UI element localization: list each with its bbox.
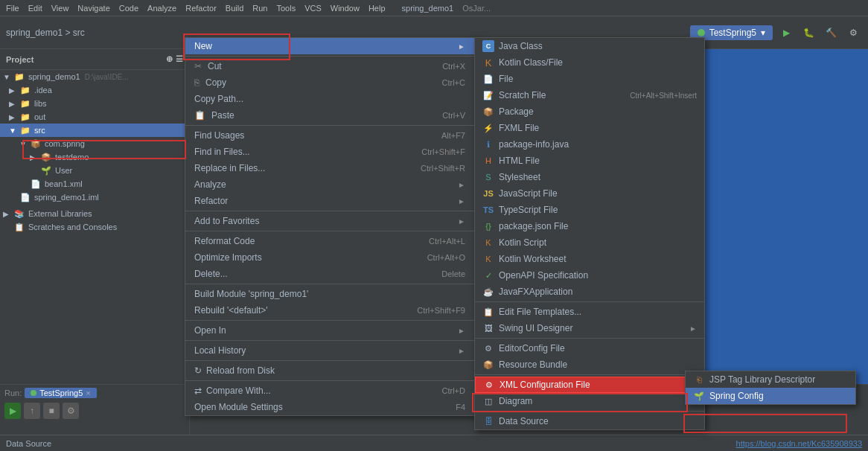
context-menu-module-settings[interactable]: Open Module Settings F4	[185, 399, 474, 415]
context-menu-build-module[interactable]: Build Module 'spring_demo1'	[185, 286, 474, 302]
context-menu-local-history[interactable]: Local History ►	[185, 342, 474, 359]
submenu-new: C Java Class K Kotlin Class/File 📄 File …	[474, 37, 705, 430]
url-link[interactable]: https://blog.csdn.net/Kc635908933	[736, 439, 862, 448]
tree-item-scratches[interactable]: 📋 Scratches and Consoles	[0, 220, 189, 234]
tree-item-com-spring[interactable]: ▼ 📦 com.spring	[0, 137, 189, 150]
sm-resource-bundle[interactable]: 📦 Resource Bundle	[475, 356, 704, 373]
run-settings-button[interactable]: ⚙	[63, 403, 79, 419]
sm-kotlin-script[interactable]: K Kotlin Script	[475, 234, 704, 251]
menu-file[interactable]: File	[6, 4, 19, 13]
xml-config-icon: ⚙	[483, 379, 495, 391]
tree-item-libs[interactable]: ▶ 📁 libs	[0, 97, 189, 110]
sm-stylesheet[interactable]: S Stylesheet	[475, 169, 704, 185]
menu-help[interactable]: Help	[368, 4, 386, 13]
sm-kotlin-class[interactable]: K Kotlin Class/File	[475, 54, 704, 71]
sm-sep-4	[475, 411, 704, 412]
menu-run[interactable]: Run	[252, 4, 267, 13]
submenu-xml: ⎗ JSP Tag Library Descriptor 🌱 Spring Co…	[685, 371, 856, 405]
sm-spring-config[interactable]: 🌱 Spring Config	[686, 388, 855, 404]
library-icon: 📚	[13, 208, 25, 219]
menu-refactor[interactable]: Refactor	[185, 4, 217, 13]
run-play-button[interactable]: ▶	[4, 403, 21, 419]
context-menu-copy[interactable]: ⎘ Copy Ctrl+C	[185, 74, 474, 91]
sm-sep-2	[475, 338, 704, 339]
context-menu-cut[interactable]: ✂ Cut Ctrl+X	[185, 58, 474, 74]
settings-button[interactable]: ⚙	[844, 24, 862, 42]
breadcrumb: spring_demo1 > src	[6, 28, 85, 38]
menu-view[interactable]: View	[51, 4, 69, 13]
sm-html[interactable]: H HTML File	[475, 153, 704, 169]
add-icon[interactable]: ⊕	[166, 54, 173, 64]
tree-item-user[interactable]: 🌱 User	[0, 164, 189, 177]
spring-bean-icon: 🌱	[40, 165, 52, 176]
kotlin-worksheet-icon: K	[482, 253, 494, 265]
sm-kotlin-worksheet[interactable]: K Kotlin Worksheet	[475, 251, 704, 267]
sm-javascript[interactable]: JS JavaScript File	[475, 185, 704, 202]
context-menu-analyze[interactable]: Analyze ►	[185, 176, 474, 193]
sm-package-json[interactable]: {} package.json File	[475, 218, 704, 234]
debug-button[interactable]: 🐛	[800, 24, 817, 42]
context-menu-compare[interactable]: ⇄ Compare With... Ctrl+D	[185, 383, 474, 399]
sm-diagram[interactable]: ◫ Diagram	[475, 393, 704, 409]
sm-package-info[interactable]: ℹ package-info.java	[475, 136, 704, 153]
menu-build[interactable]: Build	[226, 4, 243, 13]
context-menu-reload[interactable]: ↻ Reload from Disk	[185, 362, 474, 379]
sm-openapi[interactable]: ✓ OpenAPI Specification	[475, 267, 704, 284]
sm-swing[interactable]: 🖼 Swing UI Designer ►	[475, 320, 704, 336]
context-menu-optimize-imports[interactable]: Optimize Imports Ctrl+Alt+O	[185, 249, 474, 266]
sm-scratch-file[interactable]: 📝 Scratch File Ctrl+Alt+Shift+Insert	[475, 87, 704, 103]
sm-data-source[interactable]: 🗄 Data Source	[475, 413, 704, 429]
context-menu-rebuild[interactable]: Rebuild '<default>' Ctrl+Shift+F9	[185, 302, 474, 319]
sm-package[interactable]: 📦 Package	[475, 103, 704, 120]
run-config-tab[interactable]: TestSpring5 ×	[25, 388, 97, 398]
context-menu-refactor[interactable]: Refactor ►	[185, 193, 474, 209]
run-label: Run:	[4, 388, 22, 397]
sm-xml-config[interactable]: ⚙ XML Configuration File ►	[475, 377, 704, 393]
sm-javafx[interactable]: ☕ JavaFXApplication	[475, 284, 704, 300]
context-menu-new[interactable]: New ►	[185, 38, 474, 54]
context-menu-copy-path[interactable]: Copy Path...	[185, 91, 474, 107]
context-menu-delete[interactable]: Delete... Delete	[185, 266, 474, 282]
menu-bar[interactable]: File Edit View Navigate Code Analyze Ref…	[0, 0, 868, 16]
sm-jsp-tag[interactable]: ⎗ JSP Tag Library Descriptor	[686, 371, 855, 388]
templates-icon: 📋	[482, 306, 494, 318]
menu-code[interactable]: Code	[119, 4, 138, 13]
javafx-icon: ☕	[482, 286, 494, 298]
menu-edit[interactable]: Edit	[28, 4, 42, 13]
sm-file[interactable]: 📄 File	[475, 71, 704, 87]
tree-item-iml[interactable]: 📄 spring_demo1.iml	[0, 191, 189, 204]
tree-item-idea[interactable]: ▶ 📁 .idea	[0, 83, 189, 97]
tree-item-out[interactable]: ▶ 📁 out	[0, 110, 189, 124]
context-menu-find-files[interactable]: Find in Files... Ctrl+Shift+F	[185, 144, 474, 160]
close-tab-icon[interactable]: ×	[86, 388, 90, 397]
tree-item-bean1[interactable]: 📄 bean1.xml	[0, 177, 189, 191]
sm-java-class[interactable]: C Java Class	[475, 38, 704, 54]
sm-editorconfig[interactable]: ⚙ EditorConfig File	[475, 340, 704, 356]
menu-navigate[interactable]: Navigate	[77, 4, 109, 13]
run-stop-button[interactable]: ■	[43, 403, 60, 419]
package-icon: 📦	[30, 138, 42, 149]
tree-item-external-libs[interactable]: ▶ 📚 External Libraries	[0, 207, 189, 220]
run-button[interactable]: ▶	[777, 24, 795, 42]
tree-item-testdemo[interactable]: ▶ 📦 testdemo	[0, 150, 189, 164]
run-config-dropdown-icon[interactable]: ▾	[761, 28, 765, 38]
sm-edit-templates[interactable]: 📋 Edit File Templates...	[475, 304, 704, 320]
sm-fxml[interactable]: ⚡ FXML File	[475, 120, 704, 136]
context-menu-open-in[interactable]: Open In ►	[185, 322, 474, 339]
context-menu-replace-files[interactable]: Replace in Files... Ctrl+Shift+R	[185, 160, 474, 176]
context-menu-paste[interactable]: 📋 Paste Ctrl+V	[185, 107, 474, 124]
context-menu-add-favorites[interactable]: Add to Favorites ►	[185, 213, 474, 229]
sm-typescript[interactable]: TS TypeScript File	[475, 202, 704, 218]
tree-item-spring-demo1[interactable]: ▼ 📁 spring_demo1 D:\java\IDE...	[0, 70, 189, 83]
context-menu-reformat[interactable]: Reformat Code Ctrl+Alt+L	[185, 233, 474, 249]
run-rerun-button[interactable]: ↑	[24, 403, 40, 419]
menu-tools[interactable]: Tools	[276, 4, 296, 13]
context-menu-find-usages[interactable]: Find Usages Alt+F7	[185, 127, 474, 144]
gear-sidebar-icon[interactable]: ☰	[176, 54, 183, 64]
tree-root: ▼ 📁 spring_demo1 D:\java\IDE... ▶ 📁 .ide…	[0, 70, 189, 234]
menu-window[interactable]: Window	[331, 4, 360, 13]
tree-item-src[interactable]: ▼ 📁 src	[0, 124, 189, 137]
build-button[interactable]: 🔨	[822, 24, 840, 42]
menu-analyze[interactable]: Analyze	[147, 4, 176, 13]
menu-vcs[interactable]: VCS	[304, 4, 322, 13]
